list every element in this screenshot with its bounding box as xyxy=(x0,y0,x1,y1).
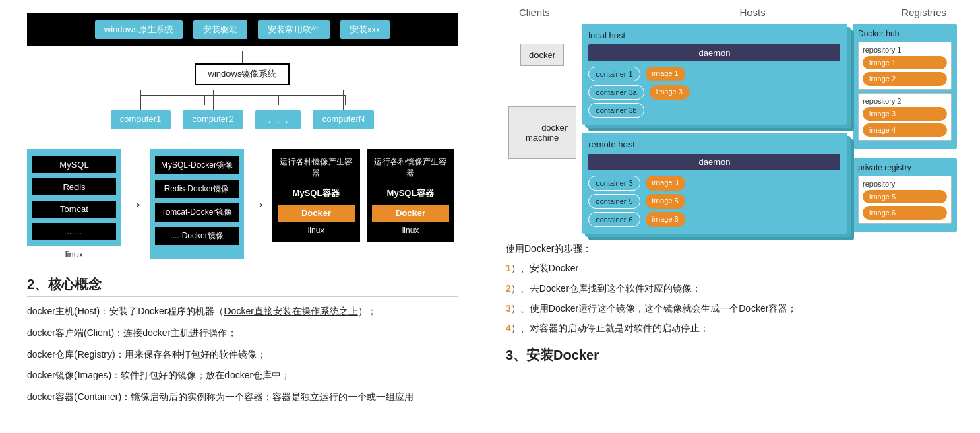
registries-col: Docker hub repository 1 image 1 image 2 … xyxy=(853,24,957,232)
daemon-bar-remote: daemon xyxy=(588,154,840,170)
linux-box: MySQL Redis Tomcat ...... xyxy=(27,149,121,246)
steps-intro: 使用Docker的步骤： xyxy=(506,243,960,255)
docker-arch: Clients Hosts Registries docker docker m… xyxy=(506,7,960,234)
arch-header: Clients Hosts Registries xyxy=(506,7,960,18)
win-item-3: 安装xxx xyxy=(340,20,390,39)
docker-client: docker xyxy=(520,44,564,66)
private-registry-label: private registry xyxy=(858,163,952,172)
run-col-2: 运行各种镜像产生容器 MySQL容器 Docker linux xyxy=(367,149,454,242)
remote-img-6: image 6 xyxy=(646,212,685,227)
comp-0: computer1 xyxy=(111,110,171,129)
remote-cont-5: container 5 xyxy=(588,194,640,209)
local-row1: container 1 image 1 xyxy=(588,67,840,81)
section3-title: 3、安装Docker xyxy=(506,346,960,364)
comp-2: ．．． xyxy=(255,110,301,129)
run-col-1: 运行各种镜像产生容器 MySQL容器 Docker linux xyxy=(272,149,360,242)
desc-3: docker镜像(Images)：软件打包好的镜像；放在docker仓库中； xyxy=(27,368,458,384)
desc-2: docker仓库(Registry)：用来保存各种打包好的软件镜像； xyxy=(27,347,458,363)
remote-host-block: remote host daemon container 3 image 3 c… xyxy=(582,133,847,234)
mirror-row: windows镜像系统 xyxy=(27,51,458,105)
remote-cont-3: container 3 xyxy=(588,176,640,191)
repo3-block: repository image 5 image 6 xyxy=(858,176,952,224)
local-cont-3b: container 3b xyxy=(588,103,644,118)
local-row2: container 3a image 3 xyxy=(588,85,840,100)
win-item-0: windows原生系统 xyxy=(95,20,183,39)
docker-img-1: Redis-Docker镜像 xyxy=(155,180,239,198)
remote-row1: container 3 image 3 xyxy=(588,176,840,191)
docker-img-3: ....-Docker镜像 xyxy=(155,227,239,245)
mirror-box: windows镜像系统 xyxy=(195,63,290,85)
daemon-bar-local: daemon xyxy=(588,44,840,61)
repo2-block: repository 2 image 3 image 4 xyxy=(858,93,952,141)
remote-img-3: image 3 xyxy=(646,176,685,191)
remote-row2: container 5 image 5 xyxy=(588,194,840,209)
docker-hub-label: Docker hub xyxy=(858,29,952,38)
run-col2-top: 运行各种镜像产生容器 xyxy=(372,156,449,179)
local-cont-3a: container 3a xyxy=(588,85,644,100)
run-col1-mysql: MySQL容器 xyxy=(293,185,340,202)
header-hosts: Hosts xyxy=(739,7,765,18)
docker-client-label: docker xyxy=(529,50,555,60)
repo2-img4: image 4 xyxy=(863,123,947,137)
desc-4: docker容器(Container)：镜像启动后的实例称为一个容器；容器是独立… xyxy=(27,389,458,405)
repo3-img5: image 5 xyxy=(863,190,947,203)
docker-img-2: Tomcat-Docker镜像 xyxy=(155,203,239,222)
desc-0: docker主机(Host)：安装了Docker程序的机器（Docker直接安装… xyxy=(27,304,458,320)
repo2-label: repository 2 xyxy=(863,97,947,105)
comp-1: computer2 xyxy=(183,110,243,129)
local-cont-1: container 1 xyxy=(588,67,640,81)
remote-row3: container 6 image 6 xyxy=(588,212,840,227)
run-col2-btn: Docker xyxy=(372,205,449,222)
arrow1: → xyxy=(128,149,143,259)
windows-row: windows原生系统 安装驱动 安装常用软件 安装xxx xyxy=(27,13,458,46)
desc-0-underline: Docker直接安装在操作系统之上 xyxy=(224,306,357,317)
step-0: 1）、安装Docker xyxy=(506,261,960,277)
linux-tomcat: Tomcat xyxy=(32,201,116,218)
step-2: 3）、使用Docker运行这个镜像，这个镜像就会生成一个Docker容器； xyxy=(506,301,960,317)
docker-machine-label: docker machine xyxy=(526,123,568,143)
steps-section: 使用Docker的步骤： 1）、安装Docker 2）、去Docker仓库找到这… xyxy=(506,243,960,364)
repo3-img6: image 6 xyxy=(863,206,947,220)
remote-cont-6: container 6 xyxy=(588,212,640,227)
run-col1-linux: linux xyxy=(308,226,325,235)
repo3-label: repository xyxy=(863,180,947,188)
docker-img-0: MySQL-Docker镜像 xyxy=(155,156,239,174)
section2-title: 2、核心概念 xyxy=(27,275,458,297)
linux-etc: ...... xyxy=(32,223,116,240)
local-host-block: local host daemon container 1 image 1 co… xyxy=(582,24,847,125)
top-diagram: windows原生系统 安装驱动 安装常用软件 安装xxx windows镜像系… xyxy=(27,13,458,129)
docker-machine: docker machine xyxy=(508,106,576,159)
arrow2: → xyxy=(251,149,266,259)
remote-img-5: image 5 xyxy=(646,194,685,209)
repo1-block: repository 1 image 1 image 2 xyxy=(858,42,952,90)
linux-label: linux xyxy=(27,249,121,259)
repo1-label: repository 1 xyxy=(863,46,947,54)
middle-diagram: MySQL Redis Tomcat ...... linux → MySQL-… xyxy=(27,149,458,259)
linux-redis: Redis xyxy=(32,178,116,195)
step-1: 2）、去Docker仓库找到这个软件对应的镜像； xyxy=(506,281,960,297)
run-col1-btn: Docker xyxy=(278,205,355,222)
docker-hub-block: Docker hub repository 1 image 1 image 2 … xyxy=(853,24,957,149)
comp-3: computerN xyxy=(313,110,375,129)
right-panel: Clients Hosts Registries docker docker m… xyxy=(485,0,980,433)
repo1-img2: image 2 xyxy=(863,72,947,86)
desc-1: docker客户端(Client)：连接docker主机进行操作； xyxy=(27,325,458,341)
win-item-2: 安装常用软件 xyxy=(258,20,330,39)
repo2-img3: image 3 xyxy=(863,107,947,121)
run-col2-mysql: MySQL容器 xyxy=(387,185,435,202)
local-img-3: image 3 xyxy=(650,85,690,100)
local-row3: container 3b xyxy=(588,103,840,118)
run-col1-top: 运行各种镜像产生容器 xyxy=(278,156,355,179)
step-3: 4）、对容器的启动停止就是对软件的启动停止； xyxy=(506,321,960,337)
local-host-label: local host xyxy=(588,30,840,40)
computer-row: computer1 computer2 ．．． computerN xyxy=(27,110,458,129)
local-img-1: image 1 xyxy=(646,67,685,81)
private-registry-block: private registry repository image 5 imag… xyxy=(853,158,957,232)
left-panel: windows原生系统 安装驱动 安装常用软件 安装xxx windows镜像系… xyxy=(0,0,485,433)
repo1-img1: image 1 xyxy=(863,56,947,69)
docker-images-col: MySQL-Docker镜像 Redis-Docker镜像 Tomcat-Doc… xyxy=(150,149,244,259)
header-registries: Registries xyxy=(901,7,946,18)
run-col2-linux: linux xyxy=(402,226,419,235)
win-item-1: 安装驱动 xyxy=(193,20,247,39)
remote-host-label: remote host xyxy=(588,139,840,149)
